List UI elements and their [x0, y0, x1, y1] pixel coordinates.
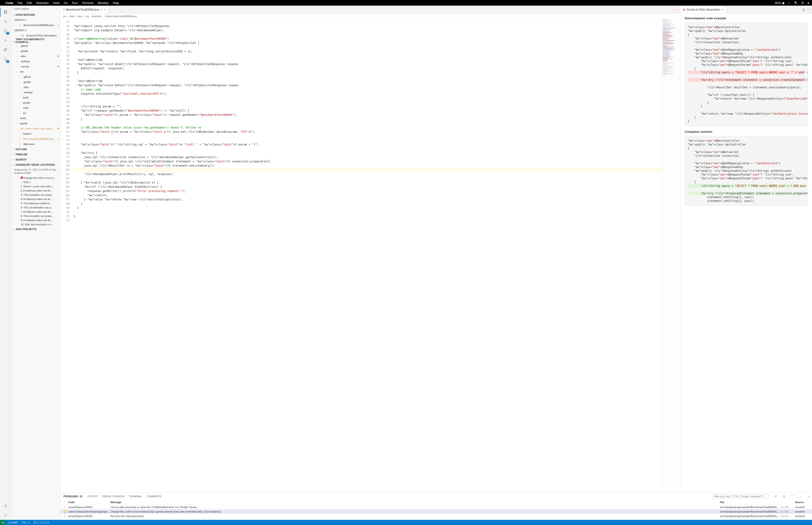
- flow-step[interactable]: 6: This concatenation can p...: [11, 205, 60, 210]
- control-center-icon[interactable]: ☰: [801, 1, 804, 5]
- remote-indicator[interactable]: ⇋: [0, 520, 6, 525]
- section-timeline[interactable]: ›TIMELINE: [11, 152, 60, 157]
- activity-debug-icon[interactable]: [0, 36, 11, 45]
- collapse-icon[interactable]: ⌃: [791, 495, 794, 498]
- expand-icon[interactable]: ⌄: [799, 495, 802, 498]
- git-branch[interactable]: ⎇ main*: [8, 521, 18, 524]
- tree-github[interactable]: ›.github: [11, 43, 60, 48]
- flow-step[interactable]: 8: This invocation can propa...: [11, 214, 60, 218]
- minimap[interactable]: [661, 19, 680, 493]
- problems-filter-input[interactable]: [712, 494, 768, 498]
- activity-search-icon[interactable]: [0, 17, 11, 26]
- tree-build[interactable]: ›build: [11, 116, 60, 121]
- flow-step[interactable]: 5: The malicious content is ...: [11, 201, 60, 205]
- menu-run[interactable]: Run: [72, 1, 78, 5]
- activity-extensions-icon[interactable]: [0, 45, 11, 55]
- tree-idea[interactable]: ›.idea: [11, 54, 60, 59]
- menu-selection[interactable]: Selection: [36, 1, 49, 5]
- tree-src-path[interactable]: ⌄src / main / java / org / exam...: [11, 126, 60, 131]
- flow-step[interactable]: 3: This invocation can propa...: [11, 193, 60, 197]
- problem-row[interactable]: ⚠sonarlint(java:S3626)Remove this redund…: [61, 514, 812, 518]
- split-editor-icon[interactable]: ◫: [802, 8, 805, 11]
- flow-step[interactable]: 7: A malicious value can be ...: [11, 210, 60, 214]
- close-icon[interactable]: ×: [103, 8, 105, 12]
- section-workspace[interactable]: ⌄TAINT-VULNERABILITY-EXAMPLE...: [11, 38, 60, 43]
- tree-gradle[interactable]: ›gradle: [11, 121, 60, 126]
- problem-row[interactable]: 💡Latest SonarQube Analysis(javasecuri...…: [61, 509, 812, 514]
- section-sonarlint-locations[interactable]: ⌄SONARLINT ISSUE LOCATIONS: [11, 162, 60, 167]
- panel-tab-output[interactable]: OUTPUT: [88, 495, 98, 498]
- panel-close-icon[interactable]: ×: [808, 495, 809, 498]
- tree-bin-idea[interactable]: ›.idea: [11, 85, 60, 90]
- noncompliant-heading: Noncompliant code example: [685, 16, 808, 20]
- activity-account-icon[interactable]: [0, 501, 11, 510]
- status-errors[interactable]: ⓧ 1 ⚠ 3 ⓘ 1: [34, 521, 49, 524]
- breadcrumb[interactable]: src› main› java› org› example› J Benchma…: [61, 14, 680, 19]
- open-editor-sonarlint[interactable]: ×⊘SonarLint Rule Description: [11, 33, 60, 38]
- panel-tab-problems[interactable]: PROBLEMS5: [63, 495, 83, 498]
- section-java-projects[interactable]: ›JAVA PROJECTS: [11, 227, 60, 232]
- flow-step[interactable]: 4: A malicious value can be ...: [11, 197, 60, 201]
- java-file-icon: J: [63, 8, 65, 11]
- flow-step[interactable]: 1: Source: a user can craft a...: [11, 184, 60, 189]
- tree-vscode[interactable]: ›.vscode: [11, 64, 60, 69]
- tree-bin-src[interactable]: ›src: [11, 110, 60, 116]
- flow-1[interactable]: ⌄ Flow 1: [11, 180, 60, 184]
- tree-helpers[interactable]: ›helpers: [11, 131, 60, 136]
- tree-gradle-dot[interactable]: ›.gradle: [11, 48, 60, 54]
- activity-github-icon[interactable]: 2: [0, 55, 11, 64]
- tree-bin-github[interactable]: ›.github: [11, 74, 60, 79]
- tab-more-icon[interactable]: ⋯: [675, 8, 678, 11]
- flow-step[interactable]: 2: A malicious value can be ...: [11, 189, 60, 193]
- flow-step[interactable]: 9: A malicious value can be ...: [11, 218, 60, 222]
- tab-sonarlint-desc[interactable]: ⊘ SonarLint Rule Description ×: [680, 6, 726, 13]
- activity-scm-icon[interactable]: 3: [0, 26, 11, 36]
- tree-bin[interactable]: ⌄bin: [11, 69, 60, 74]
- menu-window[interactable]: Window: [98, 1, 109, 5]
- menu-view[interactable]: View: [53, 1, 59, 5]
- menu-go[interactable]: Go: [64, 1, 68, 5]
- close-icon[interactable]: ×: [19, 34, 21, 37]
- tab-more-icon[interactable]: ⋯: [807, 8, 810, 11]
- view-as-list-icon[interactable]: ☰: [783, 495, 785, 498]
- tree-settings[interactable]: ›.settings: [11, 59, 60, 64]
- search-icon[interactable]: 🔍: [794, 1, 798, 5]
- tree-bin-gradle2[interactable]: ›gradle: [11, 100, 60, 105]
- menu-help[interactable]: Help: [113, 1, 119, 5]
- panel-tab-comments[interactable]: COMMENTS: [147, 495, 162, 498]
- svg-line-3: [6, 22, 7, 23]
- sonar-main-issue[interactable]: ⌄ Change this code to not co...: [11, 176, 60, 180]
- app-name[interactable]: Code: [6, 1, 13, 5]
- tree-bin-build[interactable]: ›build: [11, 95, 60, 100]
- menu-file[interactable]: File: [18, 1, 22, 5]
- group-1: GROUP 1: [11, 17, 60, 22]
- user-icon[interactable]: ●: [807, 1, 809, 5]
- git-sync[interactable]: ⟲ 0↓ 1↑: [21, 521, 30, 524]
- tree-main-java[interactable]: JMain.java: [11, 141, 60, 147]
- panel-tab-terminal[interactable]: TERMINAL: [129, 495, 142, 498]
- menu-edit[interactable]: Edit: [27, 1, 32, 5]
- wifi-icon[interactable]: ᯤ: [788, 1, 791, 5]
- tree-benchmark-file[interactable]: JBenchmarkTest00008.java3: [11, 136, 60, 141]
- open-editor-benchmark[interactable]: JBenchmarkTest00008.java3: [11, 22, 60, 28]
- menu-terminal[interactable]: Terminal: [82, 1, 93, 5]
- sidebar-more-icon[interactable]: ⋯: [55, 7, 58, 11]
- flow-step[interactable]: 10: Sink: this invocation is n...: [11, 222, 60, 227]
- battery-indicator[interactable]: 80% ◉: [775, 1, 784, 5]
- tree-bin-settings[interactable]: ›.settings: [11, 90, 60, 95]
- tree-bin-main[interactable]: ›main: [11, 105, 60, 110]
- section-search[interactable]: ›SEARCH: [11, 157, 60, 162]
- compliant-heading: Compliant solution: [685, 130, 808, 134]
- activity-settings-icon[interactable]: [0, 510, 11, 520]
- problem-row[interactable]: ⚠sonarlint(java:S2095)Use try-with-resou…: [61, 505, 812, 509]
- filter-icon[interactable]: ⚱: [775, 495, 777, 498]
- section-open-editors[interactable]: ⌄OPEN EDITORS: [11, 12, 60, 17]
- tab-benchmark[interactable]: J BenchmarkTest00008.java 3 ×: [61, 6, 108, 13]
- close-icon[interactable]: ×: [722, 8, 723, 12]
- group-2: GROUP 2: [11, 28, 60, 33]
- tree-bin-gradle[interactable]: ›.gradle: [11, 79, 60, 85]
- section-outline[interactable]: ›OUTLINE: [11, 147, 60, 152]
- code-editor[interactable]: 2526272829303132333435363738394041424344…: [61, 19, 680, 493]
- panel-tab-debug-console[interactable]: DEBUG CONSOLE: [102, 495, 125, 498]
- activity-explorer-icon[interactable]: [0, 7, 11, 17]
